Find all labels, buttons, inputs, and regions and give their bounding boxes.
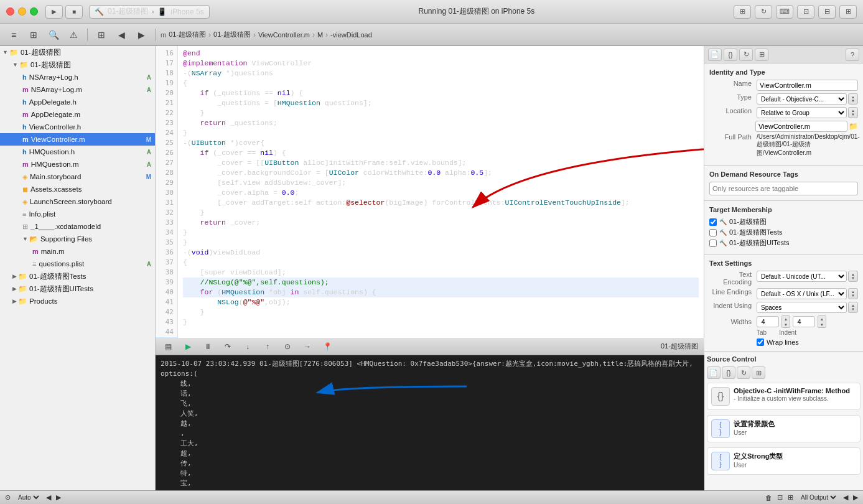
sidebar-item-viewcontroller-m[interactable]: m ViewController.m M bbox=[0, 133, 155, 146]
rp-help-btn[interactable]: ? bbox=[846, 49, 859, 61]
sidebar-item-main-m[interactable]: m main.m bbox=[0, 245, 155, 258]
location-select[interactable]: Relative to Group bbox=[757, 107, 847, 118]
status-nav-next[interactable]: ▶ bbox=[56, 493, 61, 502]
stop-button[interactable]: ■ bbox=[65, 5, 83, 19]
refresh-btn[interactable]: ↻ bbox=[755, 5, 772, 19]
indent-using-stepper[interactable]: ▲▼ bbox=[848, 302, 858, 313]
tab-width-input[interactable] bbox=[757, 316, 779, 327]
console-expand-btn[interactable]: ⊞ bbox=[788, 493, 793, 502]
type-stepper[interactable]: ▲▼ bbox=[848, 93, 858, 105]
sc-grid-btn[interactable]: ⊞ bbox=[752, 366, 765, 379]
sc-refresh-btn[interactable]: ↻ bbox=[737, 366, 750, 379]
sidebar-item-nsarray-m[interactable]: m NSArray+Log.m A bbox=[0, 83, 155, 96]
sidebar-item-tests[interactable]: ▶ 📁 01-超级猜图Tests bbox=[0, 270, 155, 282]
sidebar-item-data-model[interactable]: ⊞ _1____.xcdatamodeld bbox=[0, 220, 155, 233]
lldb-btn[interactable]: → bbox=[299, 339, 316, 354]
clear-console-btn[interactable]: 🗑 bbox=[765, 494, 772, 502]
rp-quick-btn[interactable]: ↻ bbox=[739, 49, 753, 61]
target-checkbox-1[interactable] bbox=[709, 229, 717, 236]
location-btn[interactable]: 📍 bbox=[319, 339, 336, 354]
sidebar-item-assets[interactable]: ◼ Assets.xcassets bbox=[0, 183, 155, 195]
encoding-stepper[interactable]: ▲▼ bbox=[848, 271, 858, 282]
split-center-btn[interactable]: ⊟ bbox=[818, 5, 836, 19]
sidebar-item-appdelegate-h[interactable]: h AppDelegate.h bbox=[0, 96, 155, 108]
encoding-select[interactable]: Default - Unicode (UT... bbox=[757, 271, 847, 282]
navigator-btn[interactable]: ≡ bbox=[5, 27, 22, 42]
search-btn[interactable]: 🔍 bbox=[45, 27, 62, 42]
step-over-btn[interactable]: ↷ bbox=[219, 339, 236, 354]
sidebar-item-supporting-files[interactable]: ▼ 📂 Supporting Files bbox=[0, 233, 155, 245]
sc-file-btn[interactable]: 📄 bbox=[707, 366, 721, 379]
breadcrumb-item5[interactable]: -viewDidLoad bbox=[330, 31, 372, 39]
sidebar-item-uitests[interactable]: ▶ 📁 01-超级猜图UITests bbox=[0, 282, 155, 295]
filter-next[interactable]: ▶ bbox=[853, 493, 858, 502]
console-toggle-btn[interactable]: ▤ bbox=[159, 339, 177, 354]
name-input[interactable] bbox=[757, 80, 858, 91]
type-select[interactable]: Default - Objective-C... bbox=[757, 93, 847, 105]
rp-history-btn[interactable]: ⊞ bbox=[755, 49, 768, 61]
indent-width-input[interactable] bbox=[793, 316, 815, 327]
issues-btn[interactable]: ⚠ bbox=[65, 27, 82, 42]
close-button[interactable] bbox=[6, 7, 14, 16]
auto-select[interactable]: Auto bbox=[16, 493, 41, 502]
maximize-button[interactable] bbox=[30, 7, 38, 16]
sidebar-item-nsarray-h[interactable]: h NSArray+Log.h A bbox=[0, 71, 155, 83]
sidebar-item-project[interactable]: ▼ 📁 01-超级猜图 bbox=[0, 58, 155, 71]
sidebar-item-main-storyboard[interactable]: ◈ Main.storyboard M bbox=[0, 170, 155, 183]
target-checkbox-2[interactable] bbox=[709, 240, 717, 247]
breadcrumb-item2[interactable]: 01-超级猜图 bbox=[213, 30, 251, 39]
indent-stepper-down[interactable]: ▼ bbox=[818, 322, 826, 327]
sidebar-item-questions-plist[interactable]: ≡ questions.plist A bbox=[0, 258, 155, 270]
play-console-btn[interactable]: ▶ bbox=[179, 339, 197, 354]
folder-browse-icon[interactable]: 📁 bbox=[849, 122, 858, 131]
sidebar-item-products[interactable]: ▶ 📁 Products bbox=[0, 295, 155, 307]
split-left-btn[interactable]: ⊡ bbox=[797, 5, 814, 19]
filter-prev[interactable]: ◀ bbox=[843, 493, 848, 502]
back-btn[interactable]: ◀ bbox=[113, 27, 130, 42]
breadcrumb-item1[interactable]: 01-超级猜图 bbox=[169, 30, 206, 39]
step-out-btn[interactable]: ↑ bbox=[259, 339, 276, 354]
view-toggle-btn[interactable]: ⊞ bbox=[734, 5, 751, 19]
breadcrumb-item3[interactable]: ViewController.m bbox=[258, 31, 310, 39]
step-in-btn[interactable]: ↓ bbox=[239, 339, 256, 354]
scheme-selector[interactable]: 🔨 01-超级猜图 › 📱 iPhone 5s bbox=[89, 5, 210, 19]
tab-stepper[interactable]: ▲ ▼ bbox=[781, 315, 790, 328]
output-select[interactable]: All Output bbox=[798, 493, 838, 502]
minimize-button[interactable] bbox=[18, 7, 26, 16]
sidebar-item-hmquestion-m[interactable]: m HMQuestion.m A bbox=[0, 158, 155, 170]
grid-btn[interactable]: ⊞ bbox=[93, 27, 110, 42]
target-checkbox-0[interactable] bbox=[709, 218, 717, 226]
breadcrumb-item4[interactable]: M bbox=[317, 31, 323, 39]
forward-btn[interactable]: ▶ bbox=[133, 27, 150, 42]
tab-stepper-up[interactable]: ▲ bbox=[782, 316, 790, 322]
indent-stepper-up[interactable]: ▲ bbox=[818, 316, 826, 322]
sidebar-item-hmquestion-h[interactable]: h HMQuestion.h A bbox=[0, 146, 155, 158]
pause-console-btn[interactable]: ⏸ bbox=[199, 339, 217, 354]
sidebar-item-appdelegate-m[interactable]: m AppDelegate.m bbox=[0, 108, 155, 121]
tags-input[interactable] bbox=[709, 182, 858, 195]
endings-stepper[interactable]: ▲▼ bbox=[848, 288, 858, 299]
debug-console[interactable]: 2015-10-07 23:03:42.939 01-超级猜图[7276:806… bbox=[156, 355, 704, 490]
wrap-checkbox[interactable] bbox=[757, 338, 764, 346]
rp-code-btn[interactable]: {} bbox=[724, 49, 737, 61]
code-editor[interactable]: 1617181920 2122232425 2627282930 3132333… bbox=[156, 46, 704, 338]
sidebar-item-root[interactable]: ▼ 📁 01-超级猜图 bbox=[0, 46, 155, 58]
endings-select[interactable]: Default - OS X / Unix (LF... bbox=[757, 288, 847, 299]
indent-using-select[interactable]: Spaces bbox=[757, 302, 847, 313]
keyboard-btn[interactable]: ⌨ bbox=[776, 5, 793, 19]
console-split-btn[interactable]: ⊡ bbox=[777, 493, 783, 502]
code-text[interactable]: @end @implementation ViewController -(NS… bbox=[178, 46, 704, 338]
run-button[interactable]: ▶ bbox=[45, 5, 63, 19]
indent-stepper[interactable]: ▲ ▼ bbox=[818, 315, 826, 328]
debug-btn[interactable]: ⊙ bbox=[279, 339, 296, 354]
sidebar-item-info-plist[interactable]: ≡ Info.plist bbox=[0, 208, 155, 220]
location-stepper[interactable]: ▲▼ bbox=[848, 107, 858, 118]
file-input[interactable] bbox=[755, 121, 847, 132]
warnings-btn[interactable]: ⊞ bbox=[25, 27, 42, 42]
sidebar-item-viewcontroller-h[interactable]: h ViewController.h bbox=[0, 121, 155, 133]
sidebar-item-launchscreen[interactable]: ◈ LaunchScreen.storyboard bbox=[0, 195, 155, 208]
tab-stepper-down[interactable]: ▼ bbox=[782, 322, 790, 327]
sc-code-btn[interactable]: {} bbox=[722, 366, 735, 379]
split-right-btn[interactable]: ⊞ bbox=[839, 5, 857, 19]
rp-file-btn[interactable]: 📄 bbox=[708, 49, 722, 61]
